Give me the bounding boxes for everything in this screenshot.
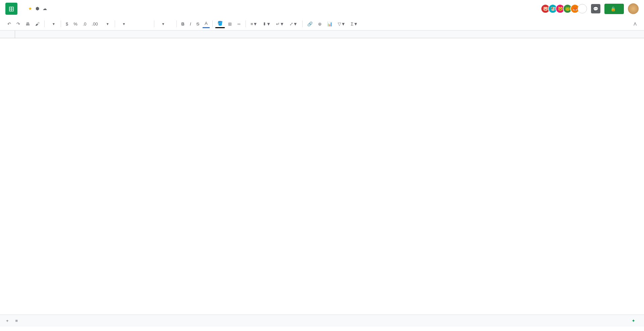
doc-title[interactable] (21, 8, 25, 9)
h-align-icon[interactable]: ≡▼ (249, 20, 259, 28)
zoom-select[interactable]: ▼ (47, 21, 58, 27)
comment-icon[interactable]: ⊕ (316, 20, 324, 28)
wrap-icon[interactable]: ↵▼ (274, 20, 286, 28)
font-select[interactable]: ▼ (118, 21, 151, 27)
text-color-icon[interactable]: A (203, 19, 210, 28)
profile-avatar[interactable] (628, 3, 639, 14)
increase-decimal-icon[interactable]: .00 (90, 20, 100, 28)
collapse-toolbar-icon[interactable]: ᐱ (632, 20, 639, 28)
comments-icon[interactable]: 💬 (591, 4, 600, 13)
print-icon[interactable]: 🖶 (23, 20, 32, 28)
paint-format-icon[interactable]: 🖌 (33, 20, 42, 28)
toolbar: ↶ ↷ 🖶 🖌 ▼ $ % .0 .00 ▼ ▼ ▼ B I S A 🪣 ⊞ ⬌… (0, 17, 644, 31)
filter-icon[interactable]: ▽▼ (336, 20, 347, 28)
add-sheet-icon[interactable]: + (3, 316, 12, 325)
borders-icon[interactable]: ⊞ (226, 20, 234, 28)
star-icon[interactable]: ★ (28, 6, 32, 11)
link-icon[interactable]: 🔗 (305, 20, 315, 28)
v-align-icon[interactable]: ⬍▼ (261, 20, 273, 28)
decrease-decimal-icon[interactable]: .0 (81, 20, 89, 28)
lock-icon: 🔒 (610, 6, 616, 11)
move-icon[interactable]: ⬢ (36, 6, 39, 11)
chart-icon[interactable]: 📊 (325, 20, 334, 28)
strike-icon[interactable]: S (195, 20, 202, 28)
redo-icon[interactable]: ↷ (14, 20, 22, 28)
sheet-tabs: + ≡ ✦ (0, 315, 644, 327)
all-sheets-icon[interactable]: ≡ (12, 316, 21, 325)
fill-color-icon[interactable]: 🪣 (215, 19, 225, 28)
currency-icon[interactable]: $ (64, 20, 70, 28)
rotate-icon[interactable]: ⤢▼ (287, 20, 300, 28)
spreadsheet-grid[interactable] (0, 31, 644, 315)
bold-icon[interactable]: B (179, 20, 186, 28)
collaborator-avatars[interactable]: 🐷 🐮 🐱 🐸 🦊 (543, 4, 587, 13)
sheets-logo-icon[interactable] (5, 3, 17, 15)
merge-icon[interactable]: ⬌ (235, 20, 243, 28)
cloud-icon[interactable]: ☁ (43, 6, 47, 11)
explore-button[interactable]: ✦ (628, 316, 641, 325)
share-button[interactable]: 🔒 (604, 4, 624, 14)
format-select[interactable]: ▼ (101, 21, 112, 27)
italic-icon[interactable]: I (188, 20, 193, 28)
functions-icon[interactable]: Σ▼ (349, 20, 360, 28)
explore-icon: ✦ (632, 318, 635, 323)
percent-icon[interactable]: % (71, 20, 79, 28)
title-bar: ★ ⬢ ☁ 🐷 🐮 🐱 🐸 🦊 💬 🔒 (0, 0, 644, 17)
font-size[interactable]: ▼ (157, 21, 174, 27)
undo-icon[interactable]: ↶ (5, 20, 13, 28)
